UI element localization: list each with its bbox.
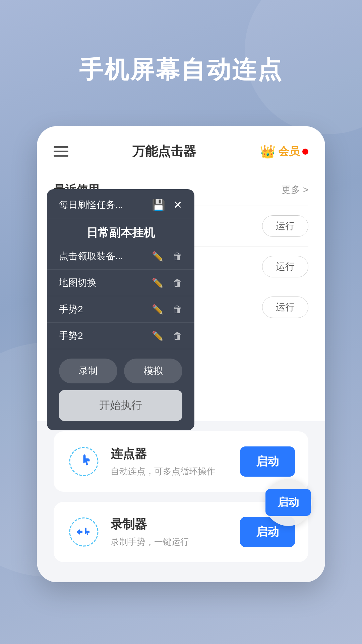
edit-icon[interactable]: ✏️ — [152, 277, 164, 288]
simulate-button[interactable]: 模拟 — [124, 359, 182, 383]
float-circle: 启动 — [265, 479, 312, 526]
page-title: 手机屏幕自动连点 — [79, 54, 283, 86]
dropdown-action-buttons: 录制 模拟 — [47, 349, 194, 390]
clicker-start-button[interactable]: 启动 — [240, 446, 295, 477]
dropdown-menu: 每日刷怪任务... 💾 ✕ 日常副本挂机 点击领取装备... ✏️ 🗑 地图切换… — [47, 189, 194, 430]
dropdown-subtitle: 日常副本挂机 — [47, 218, 194, 243]
clicker-icon — [69, 446, 99, 477]
dropdown-row-0: 点击领取装备... ✏️ 🗑 — [47, 243, 194, 270]
phone-card: 万能点击器 👑 会员 最近使用 更多 > 金币任务脚本1 运行 日常副本挂机 运… — [37, 126, 325, 582]
recorder-desc: 录制手势，一键运行 — [111, 536, 230, 548]
recorder-icon — [69, 517, 99, 547]
clicker-desc: 自动连点，可多点循环操作 — [111, 466, 230, 477]
dropdown-row-1: 地图切换 ✏️ 🗑 — [47, 270, 194, 296]
edit-icon[interactable]: ✏️ — [152, 330, 164, 341]
float-start-button[interactable]: 启动 — [265, 489, 311, 516]
nav-title: 万能点击器 — [132, 143, 196, 160]
dropdown-row-3: 手势2 ✏️ 🗑 — [47, 323, 194, 349]
menu-button[interactable] — [54, 146, 68, 157]
execute-button[interactable]: 开始执行 — [59, 390, 182, 421]
vip-label: 会员 — [278, 144, 300, 159]
dropdown-item-name: 手势2 — [59, 329, 83, 342]
recorder-name: 录制器 — [111, 516, 230, 533]
run-button-2[interactable]: 运行 — [262, 297, 308, 318]
row-actions: ✏️ 🗑 — [152, 277, 182, 288]
more-link[interactable]: 更多 > — [282, 183, 308, 196]
delete-icon[interactable]: 🗑 — [173, 251, 182, 262]
feature-card-clicker: 连点器 自动连点，可多点循环操作 启动 — [54, 431, 308, 492]
dropdown-icons: 💾 ✕ — [152, 199, 182, 211]
run-button-0[interactable]: 运行 — [262, 215, 308, 237]
record-button[interactable]: 录制 — [59, 359, 117, 383]
vip-badge[interactable]: 👑 会员 — [260, 144, 308, 159]
notification-dot — [302, 149, 308, 155]
recorder-text: 录制器 录制手势，一键运行 — [111, 516, 230, 548]
edit-icon[interactable]: ✏️ — [152, 304, 164, 315]
dropdown-header: 每日刷怪任务... 💾 ✕ — [47, 189, 194, 218]
dropdown-item-name: 点击领取装备... — [59, 250, 123, 263]
delete-icon[interactable]: 🗑 — [173, 330, 182, 341]
clicker-text: 连点器 自动连点，可多点循环操作 — [111, 446, 230, 477]
save-icon[interactable]: 💾 — [152, 199, 165, 211]
edit-icon[interactable]: ✏️ — [152, 251, 164, 262]
nav-bar: 万能点击器 👑 会员 — [37, 126, 325, 170]
recorder-icon-area — [67, 515, 101, 549]
close-icon[interactable]: ✕ — [173, 199, 182, 211]
row-actions: ✏️ 🗑 — [152, 251, 182, 262]
delete-icon[interactable]: 🗑 — [173, 277, 182, 288]
dropdown-top-text: 每日刷怪任务... — [59, 199, 123, 211]
dropdown-row-2: 手势2 ✏️ 🗑 — [47, 296, 194, 323]
dropdown-item-name: 手势2 — [59, 303, 83, 316]
clicker-name: 连点器 — [111, 446, 230, 462]
row-actions: ✏️ 🗑 — [152, 330, 182, 341]
dropdown-item-name: 地图切换 — [59, 276, 97, 289]
run-button-1[interactable]: 运行 — [262, 256, 308, 277]
row-actions: ✏️ 🗑 — [152, 304, 182, 315]
svg-point-1 — [70, 518, 98, 546]
delete-icon[interactable]: 🗑 — [173, 304, 182, 315]
clicker-icon-area — [67, 445, 101, 478]
crown-icon: 👑 — [260, 144, 276, 159]
